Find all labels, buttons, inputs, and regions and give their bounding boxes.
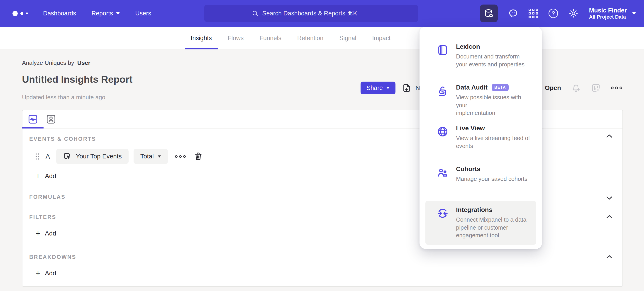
tab-retention[interactable]: Retention: [292, 27, 330, 49]
help-icon[interactable]: ?: [548, 8, 558, 18]
feedback-chat-icon[interactable]: [508, 8, 518, 18]
menu-item-desc: Manage your saved cohorts: [456, 175, 528, 183]
caret-down-icon: [632, 12, 636, 14]
menu-item-title: Lexicon: [456, 43, 524, 50]
search-icon: [252, 10, 259, 17]
apps-grid-icon[interactable]: [528, 8, 538, 18]
collapse-filters-chevron-up-icon[interactable]: [605, 213, 614, 222]
add-breakdown-button[interactable]: +Add: [36, 269, 622, 278]
menu-item-lexicon[interactable]: Lexicon Document and transform your even…: [420, 38, 542, 78]
plus-icon: +: [36, 269, 40, 278]
nav-item-reports[interactable]: Reports: [92, 10, 120, 17]
report-tabbar: Insights Flows Funnels Retention Signal …: [0, 27, 644, 49]
top-nav: Dashboards Reports Users: [0, 0, 644, 27]
row-more-ellipsis-icon[interactable]: [175, 155, 186, 158]
menu-item-desc: Document and transform your events and p…: [456, 52, 524, 68]
formulas-header: FORMULAS: [29, 194, 66, 200]
updated-timestamp: Updated less than a minute ago: [22, 94, 105, 101]
nav-item-users[interactable]: Users: [135, 10, 151, 17]
mixpanel-insights-screen: Dashboards Reports Users: [0, 0, 644, 291]
mixpanel-dots-logo[interactable]: [12, 0, 28, 27]
analyze-value: User: [77, 59, 90, 66]
global-search[interactable]: [204, 5, 418, 22]
add-alert-bell-icon[interactable]: [571, 83, 581, 93]
metric-dropdown[interactable]: Total: [134, 149, 168, 164]
menu-item-title: Data Audit BETA: [456, 84, 533, 91]
help-glyph: ?: [548, 8, 558, 18]
expand-formulas-chevron-down-icon[interactable]: [605, 194, 614, 203]
breakdowns-header: BREAKDOWNS: [29, 254, 622, 260]
plus-icon: +: [36, 172, 40, 180]
project-scope: All Project Data: [589, 14, 626, 20]
caret-down-icon: [158, 155, 161, 158]
analyze-label: Analyze Uniques by: [22, 59, 74, 66]
plus-icon: +: [36, 229, 40, 238]
menu-item-title: Live View: [456, 125, 530, 132]
menu-item-desc: View possible issues with your implement…: [456, 93, 533, 117]
nav-item-dashboards[interactable]: Dashboards: [43, 10, 76, 17]
pulse-chart-tab-icon[interactable]: [28, 114, 38, 125]
nav-menu: Dashboards Reports Users: [43, 0, 151, 27]
integrations-sync-icon: [436, 207, 449, 220]
event-cursor-icon: [63, 152, 72, 161]
tab-impact[interactable]: Impact: [366, 27, 396, 49]
data-management-dropdown: Lexicon Document and transform your even…: [420, 27, 542, 249]
menu-item-title: Cohorts: [456, 165, 528, 173]
cohorts-users-icon: [436, 166, 449, 180]
tab-funnels[interactable]: Funnels: [254, 27, 287, 49]
menu-item-desc: View a live streaming feed of events: [456, 134, 530, 150]
settings-gear-icon[interactable]: [568, 8, 578, 18]
active-builder-tab-underline: [22, 127, 44, 128]
menu-item-data-audit[interactable]: Data Audit BETA View possible issues wit…: [420, 78, 542, 119]
menu-item-integrations[interactable]: Integrations Connect Mixpanel to a data …: [426, 201, 536, 245]
add-to-board-icon[interactable]: [591, 83, 601, 93]
lexicon-book-icon: [436, 44, 449, 57]
new-report-icon: [402, 83, 411, 93]
caret-down-icon: [116, 12, 120, 14]
share-button[interactable]: Share: [360, 82, 396, 94]
tab-flows[interactable]: Flows: [222, 27, 250, 49]
report-tabs: Insights Flows Funnels Retention Signal …: [185, 27, 396, 49]
project-name: Music Finder: [589, 7, 627, 14]
data-management-icon[interactable]: [480, 4, 498, 22]
row-letter: A: [46, 153, 50, 160]
collapse-events-chevron-up-icon[interactable]: [605, 132, 614, 141]
menu-item-title: Integrations: [456, 206, 526, 214]
menu-item-live-view[interactable]: Live View View a live streaming feed of …: [420, 119, 542, 160]
drag-handle-icon[interactable]: [36, 153, 39, 160]
breakdowns-section: BREAKDOWNS +Add: [22, 246, 622, 285]
analyze-line: Analyze Uniques byUser: [22, 59, 90, 66]
live-view-globe-icon: [436, 126, 449, 139]
beta-badge: BETA: [492, 84, 508, 91]
tab-signal[interactable]: Signal: [333, 27, 362, 49]
menu-item-desc: Connect Mixpanel to a data pipeline or c…: [456, 216, 526, 239]
tab-insights[interactable]: Insights: [185, 27, 218, 49]
search-input[interactable]: [262, 10, 371, 17]
report-title[interactable]: Untitled Insights Report: [22, 74, 132, 85]
trash-icon[interactable]: [194, 152, 203, 161]
project-selector[interactable]: Music Finder All Project Data: [589, 7, 636, 20]
more-ellipsis-icon[interactable]: [611, 87, 622, 89]
event-picker-button[interactable]: Your Top Events: [56, 149, 128, 164]
collapse-breakdowns-chevron-up-icon[interactable]: [605, 253, 614, 262]
profiles-tab-icon[interactable]: [46, 114, 56, 125]
data-audit-lock-icon: [436, 85, 449, 98]
nav-right-icons: ? Music Finder All Project Data: [480, 0, 636, 27]
report-actions: Open: [530, 82, 622, 94]
caret-down-icon: [386, 87, 390, 89]
menu-item-cohorts[interactable]: Cohorts Manage your saved cohorts: [420, 160, 542, 201]
